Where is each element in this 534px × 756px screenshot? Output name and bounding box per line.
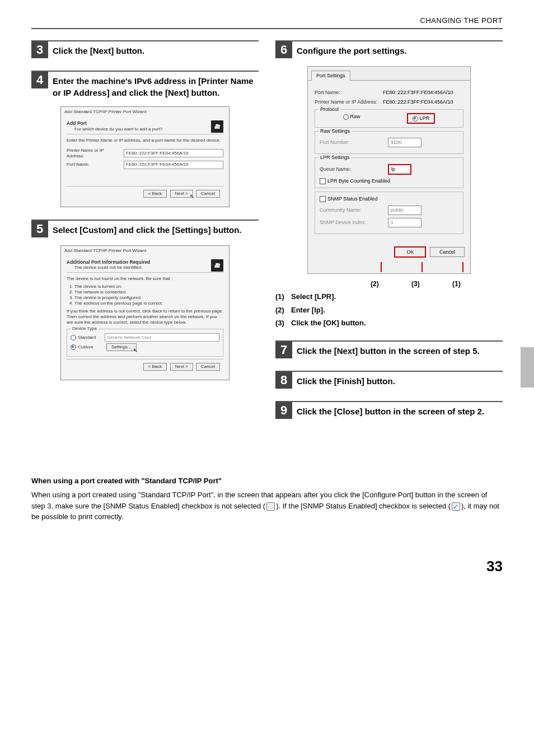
addl-li3: The device is properly configured.: [74, 295, 223, 301]
addl-sub: The device could not be identified.: [74, 265, 223, 270]
input-snmp-index: 1: [388, 218, 421, 227]
annotation-3: (3): [411, 279, 420, 289]
sub-1-num: (1): [275, 292, 291, 302]
add-port-subhead: For which device do you want to add a po…: [74, 127, 223, 132]
step-7-num: 7: [275, 342, 292, 358]
radio-custom[interactable]: [71, 344, 76, 350]
raw-settings-group: Raw Settings: [318, 128, 352, 135]
step-4-title: Enter the machine's IPv6 address in [Pri…: [53, 74, 259, 99]
additional-port-info-dialog: Add Standard TCP/IP Printer Port Wizard …: [60, 245, 229, 381]
radio-standard-label: Standard: [78, 335, 96, 340]
cancel-button[interactable]: Cancel: [430, 247, 465, 258]
step-7-title: Click the [Next] button in the screen of…: [297, 344, 480, 357]
lpr-callout-1: LPR: [407, 113, 435, 124]
svg-rect-0: [214, 127, 219, 129]
input-portnum: 9100: [388, 138, 421, 147]
device-type-label: Device Type: [71, 326, 99, 332]
sub-2-text: Enter [lp].: [291, 306, 325, 314]
label-port-name: Port Name:: [67, 162, 120, 167]
addl-instr2: If you think the address is not correct,…: [67, 309, 223, 325]
step-3-title: Click the [Next] button.: [53, 44, 144, 57]
value-portname: FE80::222:F3FF:FE04:456A/10: [383, 89, 463, 96]
input-community: public: [388, 206, 421, 215]
label-portname: Port Name:: [315, 89, 380, 96]
step-6-title: Configure the port settings.: [297, 44, 407, 57]
label-snmp: SNMP Status Enabled: [327, 196, 377, 202]
addl-li2: The network is connected.: [74, 290, 223, 295]
step-5-num: 5: [31, 221, 48, 237]
svg-rect-4: [216, 263, 218, 265]
ok-button[interactable]: OK: [394, 246, 426, 258]
input-queue[interactable]: lp: [388, 164, 411, 175]
radio-lpr[interactable]: [413, 116, 418, 122]
label-snmp-index: SNMP Device Index:: [320, 219, 385, 226]
sub-2-num: (2): [275, 305, 291, 315]
label-addr: Printer Name or IP Address:: [315, 99, 380, 106]
svg-point-5: [219, 263, 221, 265]
radio-custom-label: Custom: [78, 344, 93, 349]
radio-raw[interactable]: [343, 114, 349, 120]
add-port-heading: Add Port: [67, 120, 223, 127]
add-port-instr: Enter the Printer Name or IP address, an…: [67, 138, 223, 143]
addl-li4: The address on the previous page is corr…: [74, 301, 223, 306]
annotation-1: (1): [452, 279, 461, 289]
page-header: CHANGING THE PORT: [420, 16, 503, 25]
back-button[interactable]: < Back: [143, 363, 167, 371]
sub-3-text: Click the [OK] button.: [291, 319, 366, 327]
label-queue: Queue Name:: [320, 166, 385, 173]
svg-rect-3: [214, 265, 219, 268]
port-settings-tab[interactable]: Port Settings: [311, 71, 350, 81]
next-button[interactable]: Next >: [170, 363, 193, 371]
step-8-title: Click the [Finish] button.: [297, 374, 395, 387]
dialog-title-5: Add Standard TCP/IP Printer Port Wizard: [61, 246, 229, 256]
addl-heading: Additional Port Information Required: [67, 259, 223, 265]
printer-icon: [211, 259, 223, 272]
radio-lpr-label: LPR: [420, 115, 430, 121]
input-printer-name[interactable]: FE80::222:F3FF:FE04:456A/10: [124, 149, 223, 157]
sub-1-text: Select [LPR].: [291, 292, 336, 301]
step-8-num: 8: [275, 372, 292, 389]
cursor-icon: ↖: [133, 347, 138, 354]
standard-value: Generic Network Card: [105, 333, 219, 342]
side-tab: [521, 347, 534, 388]
label-printer-name: Printer Name or IP Address:: [67, 148, 120, 159]
footnote-heading: When using a port created with "Standard…: [31, 476, 503, 486]
checkbox-unchecked-icon: [266, 502, 275, 511]
checkbox-snmp[interactable]: [320, 196, 326, 202]
radio-standard[interactable]: [71, 335, 76, 340]
radio-raw-label: Raw: [350, 114, 360, 119]
checkbox-byte-counting[interactable]: [320, 178, 326, 184]
svg-point-2: [219, 125, 221, 127]
addl-li1: The device is turned on.: [74, 284, 223, 290]
settings-button[interactable]: Settings...↖: [106, 343, 137, 351]
add-port-dialog: Add Standard TCP/IP Printer Port Wizard …: [60, 106, 229, 207]
step-5-title: Select [Custom] and click the [Settings]…: [53, 223, 242, 236]
addl-notfound: The device is not found on the network. …: [67, 276, 223, 282]
cancel-button[interactable]: Cancel: [196, 190, 220, 198]
header-rule: [31, 28, 503, 29]
label-community: Community Name:: [320, 207, 385, 214]
cursor-icon: ↖: [190, 193, 194, 200]
lpr-settings-group: LPR Settings: [318, 154, 352, 161]
cancel-button[interactable]: Cancel: [196, 363, 220, 371]
step-4-num: 4: [31, 72, 48, 88]
page-number: 33: [31, 556, 503, 576]
input-port-name[interactable]: FE80::222:F3FF:FE04:456A/10: [124, 161, 223, 169]
back-button[interactable]: < Back: [143, 190, 167, 198]
svg-rect-1: [216, 124, 218, 126]
label-portnum: Port Number:: [320, 139, 385, 146]
value-addr: FE80::222:F3FF:FE04:456A/10: [383, 99, 463, 106]
printer-icon: [211, 120, 223, 133]
step-9-title: Click the [Close] button in the screen o…: [297, 404, 484, 417]
step-9-num: 9: [275, 402, 292, 419]
annotation-2: (2): [371, 279, 379, 289]
footnote-body: When using a port created using "Standar…: [31, 489, 503, 522]
label-byte-counting: LPR Byte Counting Enabled: [327, 178, 390, 184]
step-3-num: 3: [31, 41, 48, 58]
protocol-group: Protocol: [318, 106, 340, 113]
port-settings-dialog: Port Settings Port Name:FE80::222:F3FF:F…: [307, 66, 471, 274]
checkbox-checked-icon: [452, 502, 460, 511]
step-6-num: 6: [275, 41, 292, 58]
next-button[interactable]: Next >↖: [170, 190, 193, 198]
sub-3-num: (3): [275, 318, 291, 328]
